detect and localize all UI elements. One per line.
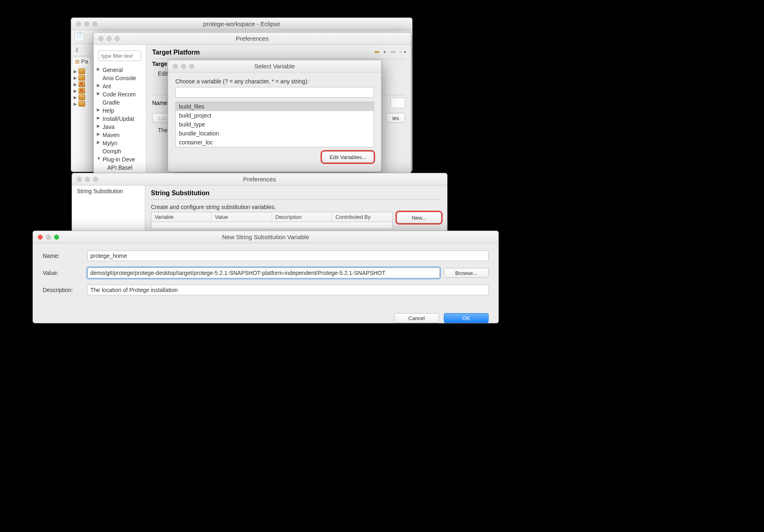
window-controls [94,36,120,41]
window-controls [168,64,194,69]
package-item[interactable]: ▶ [74,68,90,74]
window-controls [33,235,59,240]
select-variable-dialog: Select Variable Choose a variable (? = a… [168,60,382,172]
preferences-window-2: Preferences String Substitution String S… [72,173,447,234]
new-variable-dialog: New String Substitution Variable Name: V… [33,231,499,323]
zoom-icon[interactable] [93,177,98,182]
name-field-partial[interactable] [391,98,405,108]
close-icon[interactable] [76,22,81,26]
close-icon[interactable] [38,235,43,240]
back-arrow-icon[interactable]: ⬅ [372,48,381,55]
prefs2-titlebar: Preferences [72,173,447,185]
list-item[interactable]: build_files [176,102,373,111]
close-icon[interactable] [98,36,103,41]
debug-icon[interactable]: ⇩ [74,47,79,53]
prefs1-title: Preferences [94,35,411,42]
tree-oomph[interactable]: Oomph [95,147,144,155]
minimize-icon[interactable] [107,36,111,41]
col-contrib[interactable]: Contributed By [332,212,392,222]
list-item[interactable]: build_project [176,111,373,120]
tree-general[interactable]: General [95,66,144,74]
prefs2-sidebar: String Substitution [72,185,145,234]
page-title: Target Platform [146,45,411,59]
prefs-tree-panel: General Ansi Console Ant Code Recom Grad… [94,45,146,174]
list-item[interactable]: bundle_location [176,129,373,138]
filter-input[interactable] [98,50,141,61]
close-icon[interactable] [173,64,178,69]
newvar-title: New String Substitution Variable [33,233,498,240]
menu-arrow-icon[interactable]: ▾ [404,50,406,54]
edit-variables-button[interactable]: Edit Variables... [322,151,374,163]
name-input[interactable] [87,251,489,261]
window-controls [72,177,98,182]
tree-ansi[interactable]: Ansi Console [95,74,144,82]
tree-java[interactable]: Java [95,123,144,131]
prefs2-desc: Create and configure string substitution… [145,200,447,212]
variable-list[interactable]: build_files build_project build_type bun… [175,102,374,147]
selvar-title: Select Variable [168,63,381,70]
package-item[interactable]: ▶ [74,100,90,107]
variable-filter-input[interactable] [175,87,374,98]
tree-api[interactable]: API Basel [95,164,144,172]
fwd-arrow-icon[interactable]: ➡ [388,48,397,55]
tree-gradle[interactable]: Gradle [95,98,144,107]
prefs2-page-title: String Substitution [145,185,447,199]
selvar-prompt: Choose a variable (? = any character, * … [168,72,381,87]
newvar-titlebar: New String Substitution Variable [33,231,498,243]
zoom-icon[interactable] [189,64,194,69]
eclipse-titlebar: protege-workspace - Eclipse [71,18,412,30]
ies-button[interactable]: ies [386,113,405,123]
package-item[interactable]: ▶ [74,81,90,87]
list-item[interactable]: container_loc [176,138,373,147]
desc-label: Description: [43,287,87,293]
col-desc[interactable]: Description [272,212,332,222]
value-input[interactable] [87,268,440,278]
package-item[interactable]: ▶ [74,94,90,100]
browse-button[interactable]: Browse... [444,268,489,278]
close-icon[interactable] [77,177,82,182]
tree-help[interactable]: Help [95,107,144,115]
name-label: Name: [43,253,87,259]
tree-plugin[interactable]: Plug-in Deve [95,155,144,164]
minimize-icon[interactable] [85,177,90,182]
col-value[interactable]: Value [212,212,272,222]
zoom-icon[interactable] [92,22,97,26]
zoom-icon[interactable] [115,36,120,41]
toolbar-new-icon[interactable]: 📄 [74,33,84,41]
tree-ant[interactable]: Ant [95,82,144,90]
package-item[interactable]: ▶ [74,74,90,81]
name-label: Name: [152,100,169,106]
zoom-icon[interactable] [54,235,59,240]
selvar-titlebar: Select Variable [168,60,381,72]
eclipse-title: protege-workspace - Eclipse [71,20,412,27]
package-explorer-tab[interactable]: ⊞ Pa [72,57,91,65]
tree-code[interactable]: Code Recom [95,90,144,98]
tree-install[interactable]: Install/Updat [95,115,144,123]
desc-input[interactable] [87,285,489,295]
prefs1-titlebar: Preferences [94,33,411,45]
minimize-icon[interactable] [46,235,51,240]
new-button[interactable]: New... [397,212,441,223]
minimize-icon[interactable] [181,64,186,69]
sidebar-string-sub[interactable]: String Substitution [72,185,145,197]
cancel-button[interactable]: Cancel [394,313,439,323]
value-label: Value: [43,270,87,276]
window-controls [71,22,97,26]
package-item[interactable]: ▶ [74,87,90,94]
tree-maven[interactable]: Maven [95,131,144,139]
variables-table[interactable]: Variable Value Description Contributed B… [151,212,393,229]
list-item[interactable]: build_type [176,120,373,129]
prefs2-title: Preferences [72,176,447,183]
col-variable[interactable]: Variable [151,212,212,222]
tree-mylyn[interactable]: Mylyn [95,139,144,147]
ok-button[interactable]: OK [444,313,489,323]
minimize-icon[interactable] [84,22,89,26]
